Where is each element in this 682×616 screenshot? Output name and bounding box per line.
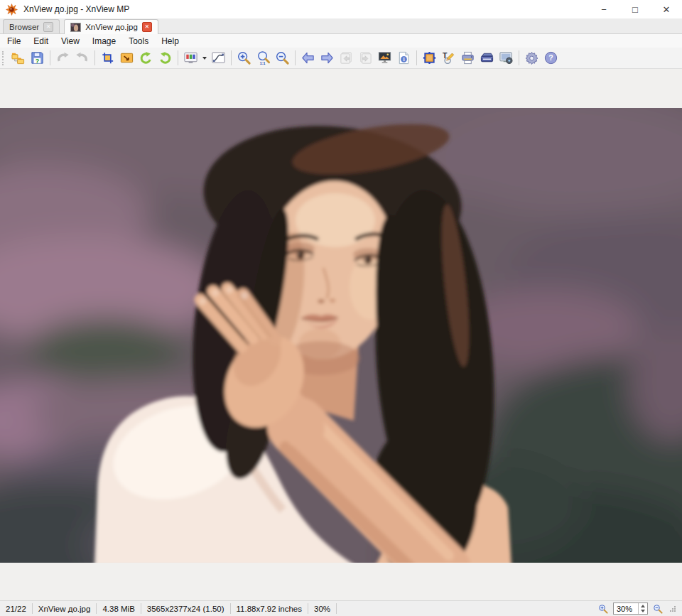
- zoom-original-button[interactable]: 1:1: [254, 49, 273, 67]
- menu-tools[interactable]: Tools: [122, 35, 155, 48]
- undo-button[interactable]: [53, 49, 72, 67]
- next-page-icon: [358, 50, 373, 65]
- annotate-icon: T: [441, 50, 456, 65]
- fullscreen-button[interactable]: [420, 49, 439, 67]
- rotate-right-button[interactable]: [156, 49, 175, 67]
- status-zoom-percent: 30%: [308, 603, 337, 614]
- window-controls: − □ ✕: [588, 0, 682, 18]
- status-print-size: 11.88x7.92 inches: [231, 603, 309, 614]
- zoom-in-icon: [598, 604, 608, 614]
- menu-image[interactable]: Image: [86, 35, 122, 48]
- resize-grip-icon: [669, 605, 676, 612]
- open-browser-icon: [11, 50, 26, 65]
- open-browser-button[interactable]: [9, 49, 28, 67]
- adjust-colors-button[interactable]: [181, 49, 200, 67]
- zoom-spinbox-value[interactable]: 30%: [614, 603, 638, 614]
- window-title: XnView до.jpg - XnView MP: [23, 4, 129, 14]
- close-button[interactable]: ✕: [651, 0, 682, 18]
- slideshow-button[interactable]: [375, 49, 394, 67]
- status-dimensions: 3565x2377x24 (1.50): [141, 603, 231, 614]
- save-question-glyph: ?: [36, 58, 40, 65]
- adjust-colors-dropdown[interactable]: [200, 49, 209, 67]
- rotate-left-button[interactable]: [136, 49, 156, 67]
- photo-woman-portrait: [0, 108, 682, 563]
- fullscreen-icon: [422, 50, 437, 65]
- tab-browser[interactable]: Browser ✕: [3, 19, 60, 33]
- image-viewer-canvas[interactable]: [0, 108, 682, 563]
- previous-image-icon: [301, 50, 315, 65]
- statusbar: 21/22 XnView до.jpg 4.38 MiB 3565x2377x2…: [0, 600, 682, 616]
- xnview-logo-icon: [6, 4, 18, 16]
- tabbar: Browser ✕ XnView до.jpg ✕: [0, 18, 682, 34]
- print-button[interactable]: [458, 49, 477, 67]
- redo-button[interactable]: [72, 49, 92, 67]
- zoom-spinbox-buttons: [638, 603, 647, 614]
- maximize-button[interactable]: □: [619, 0, 651, 18]
- zoom-spinbox[interactable]: 30%: [613, 603, 648, 615]
- previous-page-button[interactable]: [337, 49, 356, 67]
- adjust-colors-icon: [183, 50, 198, 65]
- menu-help[interactable]: Help: [155, 35, 185, 48]
- menu-file[interactable]: File: [1, 35, 27, 48]
- zoom-in-button[interactable]: [234, 49, 254, 67]
- zoom-spin-up-button[interactable]: [639, 603, 647, 609]
- rotate-left-icon: [139, 50, 153, 65]
- toolbar-separator: [178, 50, 178, 65]
- save-as-icon: ?: [30, 50, 45, 65]
- menubar: File Edit View Image Tools Help: [0, 34, 682, 48]
- zoom-out-icon: [275, 50, 290, 65]
- tab-image[interactable]: XnView до.jpg ✕: [64, 19, 158, 34]
- toolbar: ?: [0, 48, 682, 69]
- tab-image-close-icon[interactable]: ✕: [142, 22, 152, 32]
- menu-edit[interactable]: Edit: [27, 35, 55, 48]
- zoom-out-icon: [653, 604, 663, 614]
- help-icon: ?: [543, 50, 558, 65]
- tab-image-label: XnView до.jpg: [85, 23, 138, 31]
- info-glyph: i: [403, 56, 404, 63]
- tab-image-thumbnail: [70, 23, 81, 32]
- minimize-button[interactable]: −: [588, 0, 619, 18]
- resize-button[interactable]: [117, 49, 136, 67]
- help-button[interactable]: ?: [541, 49, 561, 67]
- toolbar-separator: [94, 50, 95, 65]
- screen-capture-button[interactable]: [497, 49, 516, 67]
- canvas-margin-top: [0, 69, 682, 108]
- image-info-button[interactable]: i: [394, 49, 413, 67]
- statusbar-zoom-controls: 30%: [598, 603, 682, 615]
- slideshow-icon: [377, 50, 392, 65]
- next-image-icon: [320, 50, 335, 65]
- toolbar-drag-handle[interactable]: [2, 51, 6, 65]
- curves-icon: [211, 50, 226, 65]
- annotate-button[interactable]: T: [439, 49, 458, 67]
- zoom-original-glyph: 1:1: [260, 61, 266, 65]
- curves-button[interactable]: [209, 49, 228, 67]
- zoom-out-button[interactable]: [273, 49, 292, 67]
- scan-button[interactable]: [477, 49, 497, 67]
- tab-browser-close-icon[interactable]: ✕: [43, 22, 53, 32]
- zoom-spin-down-button[interactable]: [639, 609, 647, 615]
- print-icon: [460, 50, 475, 65]
- next-page-button[interactable]: [356, 49, 375, 67]
- menu-view[interactable]: View: [55, 35, 86, 48]
- zoom-original-icon: 1:1: [256, 50, 271, 65]
- next-image-button[interactable]: [318, 49, 337, 67]
- image-info-icon: i: [396, 50, 411, 65]
- settings-button[interactable]: [522, 49, 541, 67]
- previous-image-button[interactable]: [298, 49, 318, 67]
- tab-browser-label: Browser: [9, 23, 39, 31]
- chevron-down-icon: [202, 57, 207, 60]
- window-resize-grip[interactable]: [669, 605, 676, 612]
- toolbar-separator: [416, 50, 417, 65]
- statusbar-zoom-in-button[interactable]: [598, 604, 608, 614]
- help-question-glyph: ?: [548, 53, 553, 62]
- arrow-up-icon: [641, 605, 645, 607]
- undo-icon: [55, 50, 70, 65]
- toolbar-separator: [519, 50, 519, 65]
- crop-button[interactable]: [98, 49, 117, 67]
- screen-capture-icon: [499, 50, 514, 65]
- save-as-button[interactable]: ?: [28, 49, 47, 67]
- previous-page-icon: [339, 50, 354, 65]
- toolbar-separator: [50, 50, 50, 65]
- statusbar-zoom-out-button[interactable]: [653, 604, 663, 614]
- rotate-right-icon: [158, 50, 173, 65]
